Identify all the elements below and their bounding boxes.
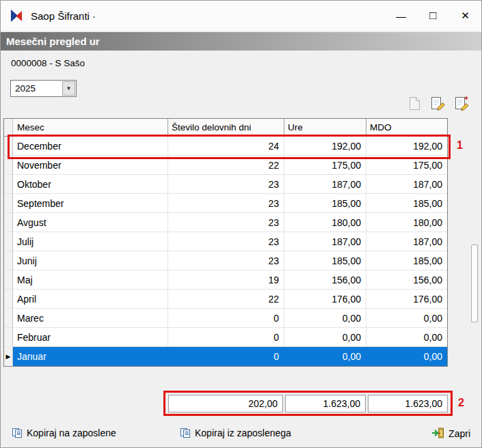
chevron-down-icon[interactable]: ▼ (62, 81, 75, 96)
cell-stevilo-delovnih-dni: 0 (168, 328, 284, 346)
cell-ure: 0,00 (284, 309, 366, 327)
copy-from-employee-label: Kopiraj iz zaposlenega (195, 428, 291, 438)
cell-mesec: Julij (13, 232, 168, 251)
cell-mesec: Februar (13, 328, 168, 346)
zapri-label: Zapri (448, 428, 470, 438)
table-row[interactable]: Avgust 23 180,00 180,00 (4, 213, 447, 232)
cell-stevilo-delovnih-dni: 23 (168, 194, 284, 212)
cell-mesec: December (13, 137, 168, 155)
cell-ure: 187,00 (284, 175, 366, 193)
row-marker (4, 194, 13, 212)
table-body: December 24 192,00 192,00 November 22 17… (4, 137, 447, 366)
copy-record-icon[interactable] (406, 95, 423, 111)
table-row[interactable]: December 24 192,00 192,00 (4, 137, 447, 156)
vertical-scrollbar-thumb[interactable] (471, 244, 478, 322)
table-row[interactable]: Julij 23 187,00 187,00 (4, 232, 447, 251)
cell-stevilo-delovnih-dni: 22 (168, 290, 284, 308)
cell-stevilo-delovnih-dni: 23 (168, 232, 284, 251)
edit-record-glyph (431, 96, 446, 111)
column-header-mdo[interactable]: MDO (366, 119, 447, 136)
cell-ure: 0,00 (284, 347, 366, 366)
table-row[interactable]: April 22 176,00 176,00 (4, 290, 447, 309)
cell-stevilo-delovnih-dni: 0 (168, 347, 284, 366)
cell-mdo: 0,00 (366, 309, 447, 327)
column-header-mesec[interactable]: Mesec (13, 119, 168, 136)
close-icon[interactable]: ✕ (449, 1, 481, 31)
cell-ure: 185,00 (284, 194, 366, 212)
cell-mdo: 0,00 (366, 347, 447, 366)
column-header-ure[interactable]: Ure (284, 119, 366, 136)
caption-controls: — □ ✕ (385, 1, 481, 31)
cell-mdo: 185,00 (366, 251, 447, 270)
copy-to-employees-label: Kopiraj na zaposlene (27, 428, 116, 438)
edit-record-extra-glyph (455, 96, 470, 111)
cell-mesec: Avgust (13, 213, 168, 232)
maximize-icon[interactable]: □ (417, 1, 449, 31)
copy-icon (12, 428, 23, 438)
cell-mdo: 176,00 (366, 290, 447, 308)
employee-label: 0000008 - S Sašo (11, 58, 85, 68)
row-marker (4, 251, 13, 270)
row-marker: ▶ (4, 347, 13, 366)
copy-to-employees-button[interactable]: Kopiraj na zaposlene (12, 428, 116, 438)
year-value: 2025 (11, 81, 62, 96)
cell-ure: 185,00 (284, 251, 366, 270)
months-grid: Mesec Število delovnih dni Ure MDO Decem… (3, 118, 448, 367)
cell-mesec: Junij (13, 251, 168, 270)
summary-ure: 1.623,00 (285, 395, 366, 412)
cell-mdo: 187,00 (366, 175, 447, 193)
page-title-bar: Mesečni pregled ur (1, 32, 481, 51)
summary-mdo: 1.623,00 (368, 395, 448, 412)
edit-record-icon[interactable] (430, 95, 446, 111)
cell-ure: 192,00 (284, 137, 366, 155)
app-window: Saop Šifranti · — □ ✕ Mesečni pregled ur… (0, 0, 482, 448)
summary-delovni-dnevi: 202,00 (168, 395, 283, 412)
annotation-label-2: 2 (458, 397, 464, 409)
cell-stevilo-delovnih-dni: 0 (168, 309, 284, 327)
cell-ure: 175,00 (284, 156, 366, 174)
edit-record-extra-icon[interactable] (454, 95, 470, 111)
column-header-stevilo-delovnih-dni[interactable]: Število delovnih dni (168, 119, 284, 136)
exit-door-icon (431, 428, 444, 439)
cell-stevilo-delovnih-dni: 22 (168, 156, 284, 174)
cell-mesec: Marec (13, 309, 168, 327)
cell-stevilo-delovnih-dni: 24 (168, 137, 284, 155)
row-marker (4, 137, 13, 155)
table-row[interactable]: November 22 175,00 175,00 (4, 156, 447, 175)
page-title: Mesečni pregled ur (6, 36, 100, 47)
table-row[interactable]: September 23 185,00 185,00 (4, 194, 447, 213)
table-row[interactable]: Oktober 23 187,00 187,00 (4, 175, 447, 194)
cell-stevilo-delovnih-dni: 19 (168, 270, 284, 289)
cell-mdo: 185,00 (366, 194, 447, 212)
cell-ure: 0,00 (284, 328, 366, 346)
app-icon (9, 8, 24, 23)
row-marker (4, 270, 13, 289)
cell-mdo: 192,00 (366, 137, 447, 155)
table-row[interactable]: Marec 0 0,00 0,00 (4, 309, 447, 328)
table-row[interactable]: ▶ Januar 0 0,00 0,00 (4, 347, 447, 366)
table-row[interactable]: Februar 0 0,00 0,00 (4, 328, 447, 347)
row-marker (4, 175, 13, 193)
cell-stevilo-delovnih-dni: 23 (168, 175, 284, 193)
grid-header-row: Mesec Število delovnih dni Ure MDO (4, 119, 447, 137)
cell-ure: 187,00 (284, 232, 366, 251)
cell-mdo: 0,00 (366, 328, 447, 346)
cell-mesec: Maj (13, 270, 168, 289)
minimize-icon[interactable]: — (385, 1, 417, 31)
year-combobox[interactable]: 2025 ▼ (10, 80, 77, 97)
cell-mesec: April (13, 290, 168, 308)
table-row[interactable]: Maj 19 156,00 156,00 (4, 270, 447, 290)
row-marker (4, 232, 13, 251)
copy-record-glyph (409, 96, 420, 111)
row-marker (4, 213, 13, 232)
table-row[interactable]: Junij 23 185,00 185,00 (4, 251, 447, 270)
titlebar: Saop Šifranti · — □ ✕ (1, 1, 481, 31)
zapri-button[interactable]: Zapri (431, 428, 470, 439)
grid-header-gutter (4, 119, 13, 136)
cell-mesec: September (13, 194, 168, 212)
copy-from-employee-button[interactable]: Kopiraj iz zaposlenega (180, 428, 291, 438)
cell-stevilo-delovnih-dni: 23 (168, 251, 284, 270)
cell-ure: 176,00 (284, 290, 366, 308)
cell-mdo: 156,00 (366, 270, 447, 289)
row-marker (4, 309, 13, 327)
